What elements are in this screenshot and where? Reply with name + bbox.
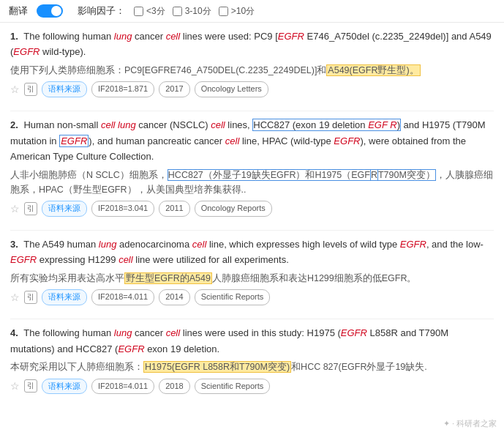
result-2-tag-source[interactable]: 语料来源 <box>42 201 87 217</box>
translate-label: 翻译 <box>9 4 28 18</box>
result-3-cite[interactable]: 引 <box>24 291 37 304</box>
result-4-cn: 本研究采用以下人肺癌细胞系：H1975(EGFR L858R和T790M突变)和… <box>10 360 494 374</box>
result-item-2: 2. Human non-small cell lung cancer (NSC… <box>10 117 494 217</box>
result-1-tag-year: 2017 <box>159 81 189 97</box>
translate-toggle[interactable] <box>37 4 63 18</box>
result-2-cn: 人非小细胞肺癌（N SCLC）细胞系，HCC827（外显子19缺失EGFR）和H… <box>10 168 494 197</box>
filter-gt10-checkbox[interactable] <box>219 7 228 16</box>
result-3-star[interactable]: ☆ <box>10 289 20 305</box>
watermark: ✦ · 科研者之家 <box>443 418 497 429</box>
result-4-star[interactable]: ☆ <box>10 378 20 394</box>
result-item-1: 1. The following human lung cancer cell … <box>10 29 494 97</box>
result-2-tag-year: 2011 <box>159 201 189 217</box>
result-1-meta: ☆ 引 语料来源 IF2018=1.871 2017 Oncology Lett… <box>10 81 494 97</box>
result-2-star[interactable]: ☆ <box>10 201 20 217</box>
result-4-en: 4. The following human lung cancer cell … <box>10 325 494 357</box>
result-3-cn-highlight: 野生型EGFR的A549 <box>124 272 212 284</box>
result-item-3: 3. The A549 human lung adenocarcinoma ce… <box>10 237 494 305</box>
result-3-tag-journal: Scientific Reports <box>195 289 271 305</box>
result-2-en: 2. Human non-small cell lung cancer (NSC… <box>10 117 494 164</box>
result-1-cn: 使用下列人类肺癌细胞系：PC9[EGFRE746_A750DEL(C.2235_… <box>10 63 494 78</box>
filter-lt3[interactable]: <3分 <box>134 5 165 18</box>
result-1-cn-highlight: A549(EGFR野生型)。 <box>326 64 420 76</box>
influence-label: 影响因子： <box>78 4 125 18</box>
result-3-tag-year: 2014 <box>159 289 189 305</box>
watermark-icon: ✦ <box>443 419 450 428</box>
watermark-text: · 科研者之家 <box>452 418 497 429</box>
result-2-cn-highlight: HCC827（外显子19缺失EGFR）和H1975（EGFRT790M突变） <box>168 169 436 181</box>
result-2-meta: ☆ 引 语料来源 IF2018=3.041 2011 Oncology Repo… <box>10 201 494 217</box>
result-3-meta: ☆ 引 语料来源 IF2018=4.011 2014 Scientific Re… <box>10 289 494 305</box>
filter-3-10[interactable]: 3-10分 <box>173 5 211 18</box>
filter-3-10-checkbox[interactable] <box>173 7 182 16</box>
result-1-tag-journal: Oncology Letters <box>195 81 268 97</box>
result-4-meta: ☆ 引 语料来源 IF2018=4.011 2018 Scientific Re… <box>10 378 494 394</box>
result-2-cite[interactable]: 引 <box>24 202 37 215</box>
result-1-number: 1. <box>10 31 18 42</box>
result-1-tag-if: IF2018=1.871 <box>91 81 154 97</box>
result-2-tag-journal: Oncology Reports <box>195 201 272 217</box>
result-2-hcc827: HCC827 (exon 19 deletion EGF R) <box>252 119 401 131</box>
result-2-number: 2. <box>10 119 18 130</box>
result-3-cn: 所有实验均采用表达高水平野生型EGFR的A549人肺腺癌细胞系和表达H1299细… <box>10 271 494 286</box>
result-3-en: 3. The A549 human lung adenocarcinoma ce… <box>10 237 494 268</box>
filter-group: <3分 3-10分 >10分 <box>134 5 255 18</box>
result-item-4: 4. The following human lung cancer cell … <box>10 325 494 394</box>
result-4-tag-if: IF2018=4.011 <box>91 379 154 395</box>
result-4-tag-journal: Scientific Reports <box>195 379 271 395</box>
result-3-tag-if: IF2018=4.011 <box>91 289 154 305</box>
result-4-cite[interactable]: 引 <box>24 379 37 393</box>
top-bar: 翻译 影响因子： <3分 3-10分 >10分 <box>0 0 504 23</box>
result-1-star[interactable]: ☆ <box>10 81 20 97</box>
result-2-tag-if: IF2018=3.041 <box>91 201 154 217</box>
result-1-tag-source[interactable]: 语料来源 <box>42 81 87 97</box>
filter-gt10[interactable]: >10分 <box>219 5 255 18</box>
result-1-cite[interactable]: 引 <box>24 83 37 96</box>
result-1-en: 1. The following human lung cancer cell … <box>10 29 494 60</box>
result-4-cn-highlight: H1975(EGFR L858R和T790M突变) <box>143 361 291 373</box>
result-4-tag-source[interactable]: 语料来源 <box>42 379 87 395</box>
filter-lt3-checkbox[interactable] <box>134 7 143 16</box>
result-3-tag-source[interactable]: 语料来源 <box>42 289 87 305</box>
result-4-number: 4. <box>10 327 18 338</box>
results-content: 1. The following human lung cancer cell … <box>0 23 504 418</box>
result-4-tag-year: 2018 <box>159 379 189 395</box>
result-3-number: 3. <box>10 239 18 250</box>
